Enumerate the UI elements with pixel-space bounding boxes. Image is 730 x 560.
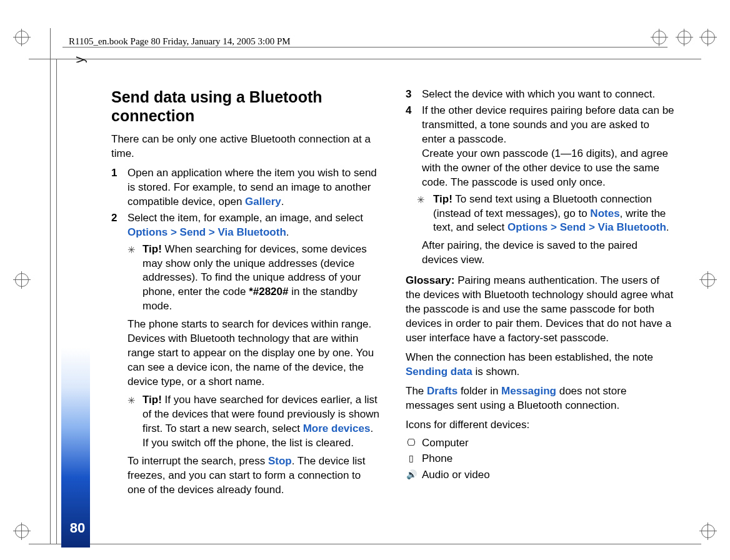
after-pairing-text: After pairing, the device is saved to th… [422,239,675,268]
stop-link: Stop [268,455,292,467]
crop-line-top-inner [62,47,668,48]
icon-row-audio: 🔊 Audio or video [406,467,675,483]
glossary: Glossary: Pairing means authentication. … [406,274,675,346]
reg-mark-bot-right [701,524,715,538]
phone-icon: ▯ [406,452,417,465]
intro-text: There can be only one active Bluetooth c… [111,132,381,161]
sending-data-link: Sending data [406,366,472,378]
icon-computer-label: Computer [422,435,469,451]
established-pre: When the connection has been established… [406,351,653,363]
reg-mark-header-right [678,31,691,44]
step-2-text-b: . [286,226,289,238]
tip-icon: ✳ [128,244,136,256]
step-1-text-b: . [281,196,284,208]
tip-icon: ✳ [128,394,136,407]
crop-line-bottom [29,544,701,544]
sidebar-gradient [61,348,90,548]
audio-video-icon: 🔊 [406,468,417,481]
tip-1: ✳ Tip! When searching for devices, some … [128,242,381,314]
messaging-link: Messaging [501,385,556,397]
step-4-text-a: If the other device requires pairing bef… [422,104,674,145]
drafts-mid: folder in [458,385,501,397]
interrupt-pre: To interrupt the search, press [128,455,268,467]
drafts-note: The Drafts folder in Messaging does not … [406,384,675,413]
tip-2: ✳ Tip! If you have searched for devices … [128,393,381,451]
tip-label: Tip! [433,193,452,205]
icon-audio-label: Audio or video [422,467,490,483]
options-send-bluetooth-link: Options > Send > Via Bluetooth [128,226,286,238]
connection-established-text: When the connection has been established… [406,351,675,379]
interrupt-text: To interrupt the search, press Stop. The… [128,454,381,498]
step-2-text-a: Select the item, for example, an image, … [128,212,363,224]
notes-link: Notes [590,208,619,219]
page-number: 80 [66,520,89,536]
step-4-text-b: Create your own passcode (1—16 digits), … [422,148,668,188]
step-3-text: Select the device with which you want to… [422,88,675,102]
crop-line-left [50,28,51,544]
tip-3-post: . [666,221,669,233]
icon-row-computer: 🖵 Computer [406,435,675,451]
icon-row-phone: ▯ Phone [406,451,675,467]
column-left: Send data using a Bluetooth connection T… [111,88,381,501]
tip-label: Tip! [142,243,162,255]
gallery-link: Gallery [245,196,281,208]
step-3: 3 Select the device with which you want … [406,88,675,102]
tip-1-code: *#2820# [249,286,288,298]
page-header: R1105_en.book Page 80 Friday, January 14… [69,36,291,47]
step-number: 1 [111,166,128,209]
step-1: 1 Open an application where the item you… [111,166,381,209]
tip-label: Tip! [142,394,162,406]
crop-line-left-inner [56,59,57,544]
icons-heading: Icons for different devices: [406,418,675,432]
tip-icon: ✳ [417,194,425,206]
search-description: The phone starts to search for devices w… [128,318,381,389]
computer-icon: 🖵 [406,436,417,449]
reg-mark-mid-right [701,273,715,287]
tip-3: ✳ Tip! To send text using a Bluetooth co… [406,192,675,236]
reg-mark-header-left [652,31,666,44]
established-post: is shown. [472,366,520,378]
step-4: 4 If the other device requires pairing b… [406,104,675,190]
options-send-bluetooth-link-2: Options > Send > Via Bluetooth [508,221,666,233]
reg-mark-bot-left [15,524,29,538]
device-icon-list: 🖵 Computer ▯ Phone 🔊 Audio or video [406,435,675,483]
reg-mark-mid-left [15,273,29,287]
step-number: 3 [406,88,422,102]
step-number: 2 [111,211,128,240]
crop-line-top [29,59,701,59]
step-2: 2 Select the item, for example, an image… [111,211,381,240]
sidebar-bg [61,62,90,348]
more-devices-link: More devices [303,422,371,434]
drafts-pre: The [406,385,427,397]
icon-phone-label: Phone [422,451,452,467]
glossary-label: Glossary: [406,274,454,286]
section-heading: Send data using a Bluetooth connection [111,88,381,125]
column-right: 3 Select the device with which you want … [406,88,675,501]
reg-mark-top-right [701,31,715,44]
reg-mark-top-left [15,31,29,44]
step-number: 4 [406,104,422,190]
drafts-link: Drafts [427,385,458,397]
